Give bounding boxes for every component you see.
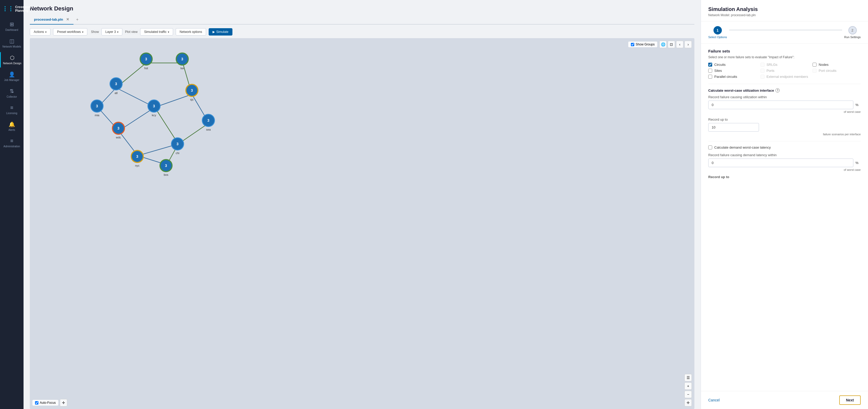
- auto-focus-checkbox[interactable]: Auto-Focus: [32, 400, 58, 406]
- demand-latency-checkbox-item[interactable]: Calculate demand worst-case latency: [708, 145, 861, 149]
- node-kcy[interactable]: 3 kcy: [148, 100, 160, 117]
- demand-record-label: Record failure causing demand latency wi…: [708, 153, 861, 157]
- record-up-to-input[interactable]: [708, 123, 759, 132]
- auto-focus-input[interactable]: [35, 401, 38, 405]
- network-options-label: Network options: [180, 30, 202, 34]
- ports-checkbox-item: Ports: [761, 69, 809, 73]
- show-groups-input[interactable]: [631, 43, 634, 46]
- circuits-checkbox-item[interactable]: Circuits: [708, 63, 756, 67]
- external-endpoint-checkbox: [761, 75, 765, 79]
- sidebar-item-network-design[interactable]: ⬡ Network Design: [0, 52, 24, 68]
- sidebar-item-label: Alerts: [8, 129, 15, 132]
- network-edges-svg: [30, 38, 694, 409]
- prev-icon-button[interactable]: ‹: [676, 41, 683, 48]
- sidebar-item-alerts[interactable]: 🔔 Alerts: [0, 118, 24, 134]
- parallel-circuits-checkbox[interactable]: [708, 75, 712, 79]
- tab-add-button[interactable]: +: [73, 15, 81, 24]
- layout-icon-button[interactable]: ⊡: [668, 41, 675, 48]
- node-nyc[interactable]: 3 nyc: [131, 150, 144, 167]
- node-wdc[interactable]: 3 wdc: [112, 122, 125, 139]
- menu-icon-button[interactable]: ☰: [684, 374, 692, 381]
- network-model-value: processed-lab.pln: [731, 13, 756, 17]
- node-label: sea: [206, 128, 211, 131]
- step-1-label: Select Options: [708, 36, 727, 39]
- globe-icon-button[interactable]: 🌐: [659, 41, 667, 48]
- demand-latency-checkbox[interactable]: [708, 145, 712, 149]
- record-up-to-label: Record up to: [708, 117, 861, 122]
- plot-view-label: Plot view: [125, 30, 137, 34]
- simulated-traffic-label: Simulated traffic: [144, 30, 166, 34]
- crosshair-button[interactable]: ✛: [684, 399, 692, 406]
- record-failure-input[interactable]: [708, 101, 854, 109]
- nodes-checkbox[interactable]: [813, 63, 816, 67]
- port-circuits-label: Port circuits: [818, 69, 836, 73]
- node-bos[interactable]: 3 bos: [159, 159, 173, 176]
- tab-bar: processed-lab.pln ✕ +: [30, 15, 694, 25]
- sidebar-item-collector[interactable]: ⇅ Collector: [0, 86, 24, 101]
- srlgs-checkbox-item: SRLGs: [761, 63, 809, 67]
- cancel-button[interactable]: Cancel: [708, 398, 720, 402]
- percent-unit: %: [856, 103, 861, 107]
- step-2-label: Run Settings: [844, 36, 861, 39]
- simulate-button[interactable]: ▶ Simulate: [209, 28, 232, 36]
- licensing-icon: ≡: [10, 105, 13, 111]
- divider-1: [708, 84, 861, 84]
- node-label: hst: [144, 67, 148, 70]
- node-count: 3: [191, 88, 193, 93]
- auto-focus-label: Auto-Focus: [40, 401, 56, 405]
- next-icon-button[interactable]: ›: [684, 41, 692, 48]
- next-button[interactable]: Next: [839, 396, 861, 405]
- sidebar-item-job-manager[interactable]: 👤 Job Manager: [0, 69, 24, 84]
- actions-button[interactable]: Actions ▾: [30, 28, 51, 36]
- sidebar-item-administration[interactable]: ≡ Administration: [0, 135, 24, 151]
- node-atl[interactable]: 3 atl: [110, 77, 123, 95]
- node-label: mia: [95, 114, 99, 117]
- zoom-out-button[interactable]: −: [684, 391, 692, 398]
- step-1-circle: 1: [713, 26, 722, 34]
- node-count: 3: [136, 155, 138, 159]
- port-circuits-checkbox-item: Port circuits: [813, 69, 861, 73]
- sites-checkbox-item[interactable]: Sites: [708, 69, 756, 73]
- show-groups-checkbox[interactable]: Show Groups: [628, 41, 657, 47]
- sidebar-item-licensing[interactable]: ≡ Licensing: [0, 102, 24, 117]
- circuits-checkbox[interactable]: [708, 63, 712, 67]
- layer-button[interactable]: Layer 3 ▾: [101, 28, 122, 36]
- help-icon[interactable]: ?: [775, 88, 780, 93]
- simulated-traffic-button[interactable]: Simulated traffic ▾: [140, 28, 173, 36]
- node-mia[interactable]: 3 mia: [90, 100, 103, 117]
- demand-percent-unit: %: [856, 161, 861, 165]
- show-label: Show: [91, 30, 99, 34]
- demand-latency-label: Calculate demand worst-case latency: [714, 145, 771, 149]
- chevron-down-icon: ▾: [117, 31, 118, 33]
- network-options-button[interactable]: Network options: [176, 28, 206, 36]
- sidebar-item-dashboard[interactable]: ⊞ Dashboard: [0, 19, 24, 34]
- node-hst[interactable]: 3 hst: [140, 53, 153, 70]
- sites-checkbox[interactable]: [708, 69, 712, 73]
- node-sjc[interactable]: 3 sjc: [185, 84, 198, 101]
- preset-workflows-button[interactable]: Preset workflows ▾: [53, 28, 87, 36]
- zoom-in-button[interactable]: +: [684, 382, 692, 390]
- worst-case-section: Calculate worst-case utilization interfa…: [708, 88, 861, 136]
- tab-processed-lab[interactable]: processed-lab.pln ✕: [30, 15, 73, 25]
- worst-case-label: Calculate worst-case utilization interfa…: [708, 88, 861, 93]
- panel-subtitle: Network Model: processed-lab.pln: [708, 13, 861, 17]
- node-sea[interactable]: 3 sea: [202, 114, 215, 131]
- tab-close-icon[interactable]: ✕: [66, 17, 69, 22]
- nodes-checkbox-item[interactable]: Nodes: [813, 63, 861, 67]
- demand-record-input[interactable]: [708, 159, 854, 167]
- cisco-icon: ⋮⋮: [2, 5, 13, 12]
- sidebar-item-network-models[interactable]: ◫ Network Models: [0, 35, 24, 51]
- step-2-circle: 2: [848, 26, 857, 34]
- fit-button[interactable]: ✛: [60, 399, 67, 406]
- alerts-icon: 🔔: [9, 121, 15, 128]
- sidebar-item-label: Licensing: [6, 112, 17, 115]
- demand-record-note: of worst case: [708, 168, 861, 171]
- demand-latency-section: Calculate demand worst-case latency Reco…: [708, 145, 861, 179]
- node-lax[interactable]: 3 lax: [176, 53, 189, 70]
- panel-body: Failure sets Select one or more failure …: [701, 44, 868, 391]
- parallel-circuits-checkbox-item[interactable]: Parallel circuits: [708, 75, 756, 79]
- node-chi[interactable]: 3 chi: [171, 137, 184, 155]
- app-logo: ⋮⋮ Crosswork Planning: [0, 3, 24, 15]
- main-content: Network Design processed-lab.pln ✕ + Act…: [24, 0, 701, 409]
- network-canvas: 3 hst 3 lax 3 atl 3 sjc 3 mia 3 kcy: [30, 38, 694, 409]
